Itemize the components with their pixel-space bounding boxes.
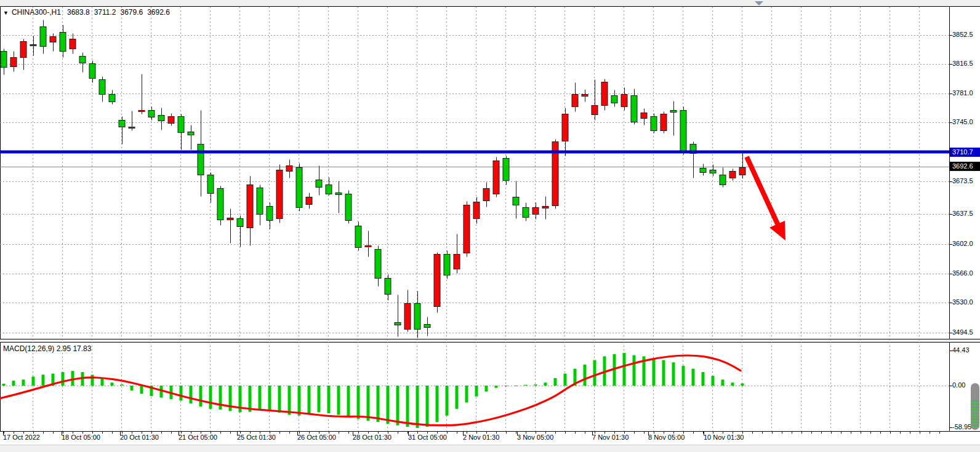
- macd-histogram-bar: [268, 386, 271, 411]
- time-axis-label: 3 Nov 05:00: [517, 434, 553, 441]
- price-axis-label: 3673.5: [952, 177, 973, 184]
- macd-histogram-bar: [101, 378, 104, 386]
- price-axis-label: 3852.5: [952, 31, 973, 38]
- mt4-chart-window: ▼CHINA300-,H13683.83711.23679.63692.6 MA…: [0, 0, 980, 452]
- macd-histogram-bar: [593, 360, 596, 386]
- bull-candle: [10, 58, 17, 67]
- bull-candle: [493, 161, 499, 194]
- bull-candle: [542, 207, 548, 208]
- macd-axis-label: 44.43: [952, 346, 970, 354]
- macd-histogram-bar: [741, 383, 744, 386]
- macd-histogram-bar: [682, 366, 685, 386]
- bear-candle: [680, 111, 686, 152]
- bear-candle: [523, 208, 529, 218]
- macd-histogram-bar: [2, 384, 6, 386]
- arrow-down-object[interactable]: [747, 157, 785, 240]
- bull-candle: [661, 114, 667, 131]
- scrollbar-stripes: [971, 400, 979, 428]
- time-axis-label: 8 Nov 05:00: [648, 434, 685, 441]
- macd-label: MACD(12,26,9) 2.95 17.83: [3, 344, 91, 353]
- macd-histogram-bar: [446, 386, 449, 416]
- bull-candle: [621, 95, 627, 107]
- bear-candle: [296, 168, 302, 208]
- macd-histogram-bar: [406, 386, 409, 427]
- bear-candle: [335, 193, 342, 195]
- bear-candle: [198, 145, 204, 175]
- bear-candle: [375, 250, 381, 279]
- bull-candle: [365, 246, 371, 247]
- macd-axis-label: 0.00: [952, 381, 965, 389]
- macd-histogram-bar: [387, 386, 390, 424]
- bear-candle: [631, 96, 637, 122]
- time-axis-label: 10 Nov 01:30: [704, 434, 744, 441]
- price-axis-label: 3637.5: [952, 210, 973, 217]
- chart-canvas[interactable]: [0, 0, 980, 452]
- price-axis-label: 3781.0: [952, 89, 973, 97]
- bear-candle: [720, 175, 726, 185]
- bear-candle: [444, 255, 450, 276]
- bear-candle: [670, 111, 677, 113]
- bull-candle: [70, 39, 76, 49]
- price-axis-label: 3566.0: [952, 269, 973, 277]
- bear-candle: [710, 170, 716, 173]
- bear-candle: [148, 111, 155, 117]
- macd-histogram-bar: [190, 386, 193, 403]
- macd-histogram-bar: [278, 386, 281, 413]
- bull-candle: [139, 111, 145, 112]
- bull-candle: [247, 185, 253, 228]
- bear-candle: [395, 323, 401, 325]
- macd-histogram-bar: [180, 386, 183, 400]
- macd-histogram-bar: [347, 386, 350, 417]
- time-axis-label: 21 Oct 05:00: [179, 434, 217, 441]
- chart-title-ohlc: ▼CHINA300-,H13683.83711.23679.63692.6: [3, 8, 174, 17]
- scrollbar-thumb[interactable]: [971, 383, 979, 430]
- macd-histogram-bar: [357, 386, 360, 419]
- high-value: 3711.2: [94, 8, 116, 17]
- macd-histogram-bar: [554, 378, 557, 386]
- time-axis-label: 2 Nov 01:30: [463, 434, 499, 441]
- current-price-badge: 3692.6: [950, 162, 980, 171]
- macd-histogram-bar: [465, 386, 468, 402]
- macd-histogram-bar: [62, 372, 65, 386]
- macd-histogram-bar: [653, 359, 656, 386]
- macd-histogram-bar: [318, 386, 321, 412]
- time-axis-label: 18 Oct 05:00: [62, 434, 100, 441]
- macd-histogram-bar: [505, 386, 508, 386]
- macd-histogram-bar: [672, 362, 675, 386]
- time-axis-label: 31 Oct 05:00: [408, 434, 447, 441]
- time-axis-label: 17 Oct 2022: [3, 434, 40, 441]
- open-value: 3683.8: [67, 8, 90, 17]
- bull-candle: [404, 304, 411, 330]
- bear-candle: [237, 219, 243, 227]
- macd-histogram-bar: [377, 386, 380, 422]
- bull-candle: [434, 255, 440, 307]
- macd-histogram-bar: [584, 365, 587, 386]
- macd-histogram-bar: [327, 386, 331, 413]
- macd-histogram-bar: [426, 386, 429, 427]
- macd-histogram-bar: [485, 386, 488, 392]
- bull-candle: [50, 37, 56, 42]
- bear-candle: [355, 226, 361, 248]
- bull-candle: [473, 202, 480, 219]
- bull-candle: [601, 82, 608, 106]
- window-bottom-strip: [0, 445, 980, 452]
- macd-histogram-bar: [367, 386, 370, 421]
- bear-candle: [414, 304, 420, 330]
- macd-histogram-bar: [42, 375, 45, 386]
- macd-histogram-bar: [534, 384, 537, 386]
- time-axis-label: 7 Nov 01:30: [592, 434, 629, 441]
- symbol-marker-icon: ▼: [3, 10, 9, 16]
- price-axis-label: 3745.0: [952, 118, 973, 125]
- candlestick-series: [1, 20, 745, 338]
- panel-splitter[interactable]: [0, 339, 980, 342]
- macd-histogram-bar: [712, 376, 715, 386]
- bear-candle: [79, 57, 86, 63]
- bull-candle: [286, 166, 292, 172]
- bear-candle: [99, 80, 105, 95]
- macd-indicator: [0, 353, 744, 428]
- bear-candle: [257, 188, 263, 215]
- bear-candle: [385, 279, 391, 295]
- bear-candle: [109, 95, 115, 102]
- time-axis-label: 28 Oct 01:30: [353, 434, 392, 441]
- bull-candle: [464, 205, 470, 253]
